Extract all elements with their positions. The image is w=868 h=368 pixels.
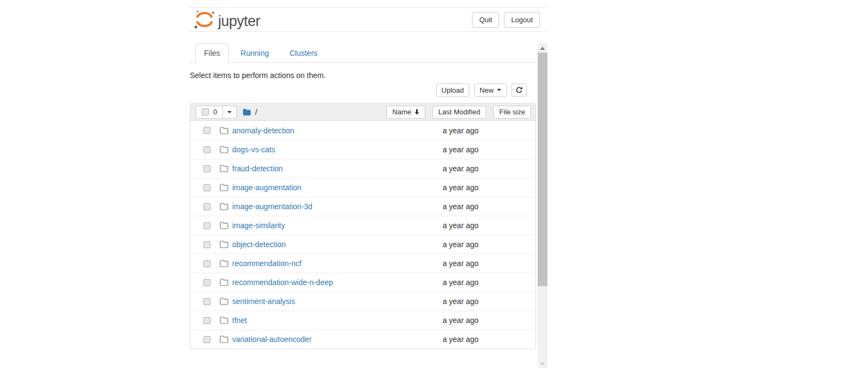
folder-icon (220, 127, 228, 134)
select-all-group: 0 (196, 106, 237, 119)
scrollbar[interactable] (538, 43, 547, 368)
sort-buttons: Name Last Modified File size (386, 106, 531, 119)
scroll-thumb[interactable] (538, 53, 547, 286)
tab-clusters[interactable]: Clusters (281, 43, 326, 63)
table-row: variational-autoencoder a year ago (190, 330, 535, 348)
folder-icon (220, 317, 228, 324)
action-toolbar: Upload New (190, 82, 536, 98)
table-row: sentiment-analysis a year ago (190, 292, 535, 311)
item-link[interactable]: anomaly-detection (232, 126, 294, 135)
row-modified: a year ago (417, 240, 504, 249)
row-modified: a year ago (417, 297, 504, 306)
folder-icon (220, 203, 228, 210)
row-checkbox[interactable] (203, 127, 210, 134)
row-modified: a year ago (417, 316, 504, 325)
caret-down-icon (227, 111, 232, 113)
item-link[interactable]: dogs-vs-cats (232, 145, 275, 154)
row-checkbox[interactable] (203, 203, 210, 210)
row-modified: a year ago (417, 126, 504, 135)
row-modified: a year ago (417, 202, 504, 211)
row-modified: a year ago (417, 183, 504, 192)
row-modified: a year ago (417, 221, 504, 230)
table-row: object-detection a year ago (190, 235, 535, 254)
row-checkbox[interactable] (203, 222, 210, 229)
row-checkbox[interactable] (203, 317, 210, 324)
item-link[interactable]: recommendation-ncf (232, 259, 302, 268)
row-checkbox[interactable] (203, 184, 210, 191)
new-dropdown-label: New (480, 86, 494, 94)
arrow-down-icon (414, 109, 419, 115)
table-row: anomaly-detection a year ago (190, 121, 535, 140)
item-link[interactable]: variational-autoencoder (232, 335, 311, 344)
row-modified: a year ago (417, 145, 504, 154)
folder-icon (220, 298, 228, 305)
scroll-down-button[interactable] (538, 359, 547, 368)
caret-down-icon (497, 89, 501, 91)
sort-name-label: Name (392, 108, 411, 116)
item-link[interactable]: fraud-detection (232, 164, 283, 173)
folder-icon (220, 241, 228, 248)
item-link[interactable]: image-augmentation-3d (232, 202, 312, 211)
triangle-up-icon (540, 47, 545, 50)
folder-icon (220, 335, 228, 343)
upload-button[interactable]: Upload (436, 83, 469, 97)
row-checkbox[interactable] (203, 241, 210, 248)
list-header: 0 / (190, 104, 535, 121)
sort-modified-button[interactable]: Last Modified (432, 106, 486, 119)
item-link[interactable]: image-augmentation (232, 183, 302, 192)
breadcrumb-root-link[interactable]: / (255, 108, 257, 117)
selected-count: 0 (213, 108, 217, 116)
row-modified: a year ago (417, 259, 504, 268)
folder-icon (220, 279, 228, 286)
tab-bar: Files Running Clusters (190, 43, 536, 63)
table-row: image-augmentation a year ago (190, 178, 535, 197)
folder-icon (220, 260, 228, 267)
page: jupyter Quit Logout Files Running Cluste… (0, 0, 868, 368)
item-link[interactable]: object-detection (232, 240, 286, 249)
row-modified: a year ago (417, 164, 504, 173)
new-dropdown-button[interactable]: New (474, 83, 507, 97)
refresh-button[interactable] (512, 83, 527, 96)
select-all-button[interactable]: 0 (196, 106, 223, 119)
table-row: image-similarity a year ago (190, 216, 535, 235)
header-buttons: Quit Logout (472, 12, 540, 28)
table-row: recommendation-ncf a year ago (190, 254, 535, 273)
tab-running[interactable]: Running (232, 43, 278, 63)
select-notice: Select items to perform actions on them. (190, 71, 536, 80)
jupyter-logo[interactable]: jupyter (194, 10, 260, 29)
row-checkbox[interactable] (203, 146, 210, 153)
row-checkbox[interactable] (203, 165, 210, 172)
table-row: dogs-vs-cats a year ago (190, 140, 535, 159)
row-modified: a year ago (417, 335, 504, 344)
select-dropdown-toggle[interactable] (223, 106, 237, 119)
folder-icon (220, 165, 228, 172)
logout-button[interactable]: Logout (504, 12, 540, 28)
item-link[interactable]: image-similarity (232, 221, 285, 230)
sort-size-button[interactable]: File size (493, 106, 531, 119)
row-checkbox[interactable] (203, 260, 210, 267)
table-row: tfnet a year ago (190, 311, 535, 330)
breadcrumb: / (242, 108, 257, 117)
scroll-up-button[interactable] (538, 43, 547, 53)
app-container: jupyter Quit Logout Files Running Cluste… (190, 7, 547, 368)
row-checkbox[interactable] (203, 336, 210, 343)
triangle-down-icon (540, 363, 545, 366)
sort-name-button[interactable]: Name (386, 106, 425, 119)
quit-button[interactable]: Quit (472, 12, 499, 28)
folder-icon (220, 222, 228, 229)
table-row: recommendation-wide-n-deep a year ago (190, 273, 535, 292)
item-link[interactable]: recommendation-wide-n-deep (232, 278, 333, 287)
tab-files[interactable]: Files (195, 43, 229, 63)
item-link[interactable]: sentiment-analysis (232, 297, 295, 306)
row-checkbox[interactable] (203, 298, 210, 305)
select-all-checkbox[interactable] (202, 108, 209, 115)
folder-icon (220, 184, 228, 191)
row-checkbox[interactable] (203, 279, 210, 286)
refresh-icon (515, 86, 523, 94)
row-modified: a year ago (417, 278, 504, 287)
header: jupyter Quit Logout (190, 7, 547, 32)
file-list: 0 / (190, 103, 536, 349)
item-link[interactable]: tfnet (232, 316, 247, 325)
table-row: fraud-detection a year ago (190, 159, 535, 178)
folder-icon (220, 146, 228, 153)
